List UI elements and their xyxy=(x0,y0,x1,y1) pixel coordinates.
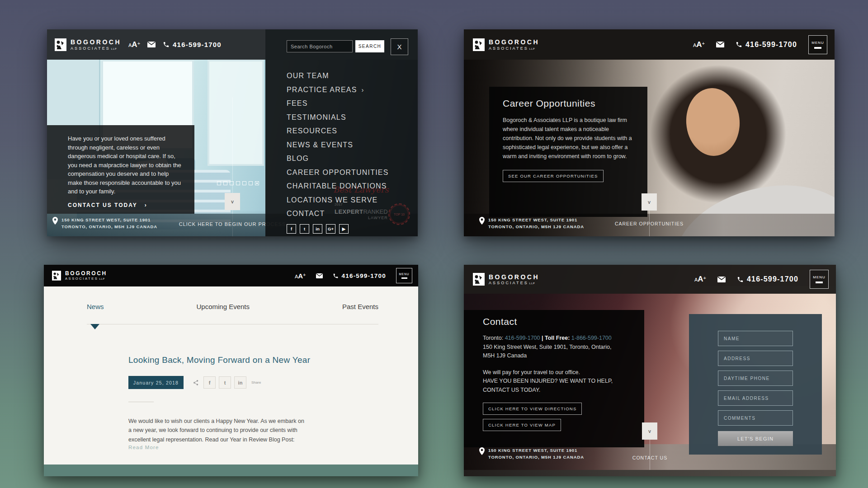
carousel-dot[interactable] xyxy=(249,181,253,185)
section-label: CONTACT US xyxy=(632,455,667,460)
nav-career-opportunities[interactable]: CAREER OPPORTUNITIES xyxy=(287,166,389,180)
facebook-share-icon[interactable]: f xyxy=(203,376,216,389)
carousel-dot[interactable] xyxy=(230,181,234,185)
address-line-1: 150 KING STREET WEST, SUITE 1901 xyxy=(61,217,157,224)
chevron-right-icon: › xyxy=(145,202,147,208)
email-address-field[interactable] xyxy=(718,390,793,406)
twitter-share-icon[interactable]: t xyxy=(219,376,231,389)
footer-address: 150 KING STREET WEST, SUITE 1901 TORONTO… xyxy=(479,217,584,230)
phone-icon xyxy=(736,41,742,48)
nav-contact[interactable]: CONTACT xyxy=(287,207,389,221)
carousel-dot[interactable] xyxy=(223,181,227,185)
header-phone[interactable]: 416-599-1700 xyxy=(737,275,798,283)
scroll-down-button[interactable]: v xyxy=(642,422,657,440)
tab-news[interactable]: News xyxy=(87,303,104,310)
carousel-dot[interactable] xyxy=(242,181,246,185)
article-date-badge: January 25, 2018 xyxy=(128,376,184,389)
article-title[interactable]: Looking Back, Moving Forward on a New Ye… xyxy=(128,355,310,365)
logo-suffix: LLP xyxy=(529,47,535,50)
carousel-indicators xyxy=(217,181,259,185)
contact-content-card: Contact Toronto: 416-599-1700 | Toll Fre… xyxy=(464,310,644,447)
carousel-dot-active[interactable] xyxy=(255,181,259,185)
search-input[interactable] xyxy=(287,40,353,52)
font-size-control[interactable]: AA+ xyxy=(694,275,706,284)
nav-fees[interactable]: FEES xyxy=(287,97,389,111)
menu-button[interactable]: MENU xyxy=(808,35,827,54)
carousel-dot[interactable] xyxy=(236,181,240,185)
read-more-link[interactable]: Read More xyxy=(128,445,159,450)
nav-news-events[interactable]: NEWS & EVENTS xyxy=(287,138,389,152)
career-content-card: Career Opportunities Bogoroch & Associat… xyxy=(489,87,647,217)
tab-divider xyxy=(87,324,378,324)
contact-us-today-link[interactable]: CONTACT US TODAY › xyxy=(68,202,183,208)
street-address: 150 King Street West, Suite 1901, Toront… xyxy=(483,343,636,352)
phone-icon xyxy=(333,273,339,279)
email-icon[interactable] xyxy=(316,273,323,278)
twitter-icon[interactable]: t xyxy=(300,224,309,234)
nav-locations-we-serve[interactable]: LOCATIONS WE SERVE xyxy=(287,193,389,207)
composite-background: Have you or your loved ones suffered thr… xyxy=(0,0,868,488)
email-icon[interactable] xyxy=(147,42,156,47)
logo-suffix: LLP xyxy=(111,47,117,50)
header-phone[interactable]: 416-599-1700 xyxy=(736,41,797,49)
facebook-icon[interactable]: f xyxy=(287,224,296,234)
linkedin-icon[interactable]: in xyxy=(313,224,322,234)
nav-testimonials[interactable]: TESTIMONIALS xyxy=(287,111,389,125)
logo-suffix: LLP xyxy=(99,277,105,280)
nav-practice-areas[interactable]: PRACTICE AREAS› xyxy=(287,83,389,97)
font-size-control[interactable]: AA+ xyxy=(128,40,140,49)
comments-field[interactable] xyxy=(718,410,793,426)
toronto-phone-link[interactable]: 416-599-1700 xyxy=(505,335,540,341)
article-divider xyxy=(128,402,154,402)
logo-word-1: BOGOROCH xyxy=(489,38,539,46)
address-field[interactable] xyxy=(718,351,793,366)
carousel-dot[interactable] xyxy=(217,181,221,185)
scroll-down-button[interactable]: v xyxy=(225,193,240,210)
site-header: BOGOROCH ASSOCIATESLLP AA+ 416-599-1700 … xyxy=(464,29,835,60)
nav-our-team[interactable]: OUR TEAM xyxy=(287,69,389,83)
open-navigation-panel: Best Lawyers 2017 LEXPERTRANKED LAWYER T… xyxy=(265,29,418,236)
google-plus-icon[interactable]: G+ xyxy=(326,224,335,234)
logo-word-2: ASSOCIATES xyxy=(71,46,110,51)
phone-icon xyxy=(737,276,744,283)
brand-logo[interactable]: BOGOROCH ASSOCIATESLLP xyxy=(52,271,107,281)
nav-charitable-donations[interactable]: CHARITABLE DONATIONS xyxy=(287,179,389,193)
address-line-1: 150 KING STREET WEST, SUITE 1901 xyxy=(488,217,584,224)
tab-past-events[interactable]: Past Events xyxy=(342,303,378,310)
header-phone[interactable]: 416-599-1700 xyxy=(163,41,222,48)
search-button[interactable]: SEARCH xyxy=(355,40,384,52)
brand-logo[interactable]: BOGOROCH ASSOCIATESLLP xyxy=(473,273,539,286)
view-map-button[interactable]: CLICK HERE TO VIEW MAP xyxy=(483,419,561,431)
injured-line-2: CONTACT US TODAY. xyxy=(483,386,636,395)
header-phone[interactable]: 416-599-1700 xyxy=(333,272,386,279)
close-menu-button[interactable]: X xyxy=(391,38,408,55)
footer-address: 150 KING STREET WEST, SUITE 1901 TORONTO… xyxy=(479,447,584,460)
search-bar: SEARCH xyxy=(287,40,384,52)
nav-blog[interactable]: BLOG xyxy=(287,152,389,166)
nav-resources[interactable]: RESOURCES xyxy=(287,124,389,138)
tollfree-phone-link[interactable]: 1-866-599-1700 xyxy=(571,335,612,341)
brand-logo[interactable]: BOGOROCH ASSOCIATESLLP xyxy=(473,38,539,51)
tab-upcoming-events[interactable]: Upcoming Events xyxy=(196,303,250,310)
email-icon[interactable] xyxy=(717,277,726,282)
view-directions-button[interactable]: CLICK HERE TO VIEW DIRECTIONS xyxy=(483,403,582,415)
scroll-line xyxy=(232,97,233,193)
menu-button[interactable]: MENU xyxy=(396,268,412,283)
news-tabs: News Upcoming Events Past Events xyxy=(87,303,378,310)
lets-begin-button[interactable]: LET'S BEGIN xyxy=(718,431,793,446)
scroll-down-button[interactable]: v xyxy=(642,193,657,211)
logo-word-2: ASSOCIATES xyxy=(489,46,528,51)
font-size-control[interactable]: AA+ xyxy=(295,272,306,280)
share-icon[interactable] xyxy=(193,380,199,386)
name-field[interactable] xyxy=(718,331,793,346)
font-size-control[interactable]: AA+ xyxy=(693,40,705,49)
see-career-opportunities-button[interactable]: SEE OUR CAREER OPPORTUNITIES xyxy=(503,170,604,182)
email-icon[interactable] xyxy=(716,42,724,47)
brand-logo[interactable]: BOGOROCH ASSOCIATESLLP xyxy=(55,38,121,51)
daytime-phone-field[interactable] xyxy=(718,371,793,386)
linkedin-share-icon[interactable]: in xyxy=(234,376,246,389)
site-header: BOGOROCH ASSOCIATESLLP AA+ 416-599-1700 … xyxy=(44,265,418,286)
youtube-icon[interactable]: ▶ xyxy=(339,224,349,234)
menu-button[interactable]: MENU xyxy=(810,270,829,289)
address-line-2: TORONTO, ONTARIO, M5H 1J9 CANADA xyxy=(488,224,584,230)
